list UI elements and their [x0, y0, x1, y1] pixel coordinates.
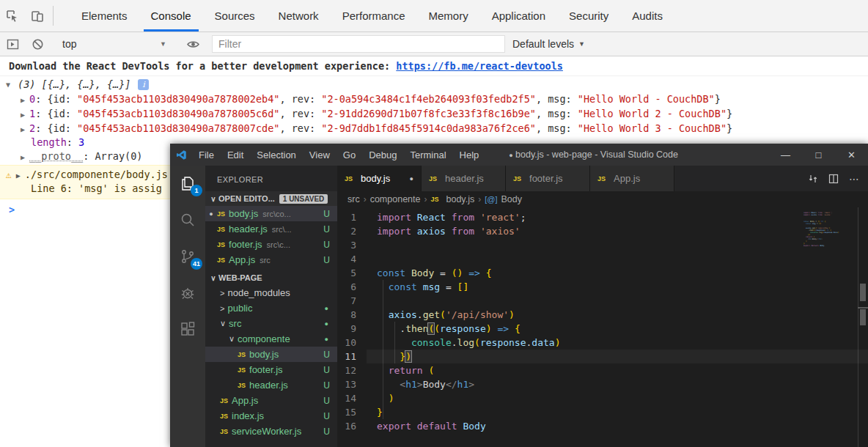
close-button[interactable]: ✕: [835, 149, 868, 160]
code-line-5[interactable]: 5const Body = () => {: [337, 266, 868, 280]
tree-item-src[interactable]: ∨src●: [205, 316, 337, 331]
tree-item-node_modules[interactable]: >node_modules: [205, 285, 337, 300]
tree-item-body-js[interactable]: JSbody.jsU: [205, 347, 337, 362]
code-line-3[interactable]: 3: [337, 238, 868, 252]
debug-icon[interactable]: [177, 283, 198, 303]
devtools-tab-console[interactable]: Console: [139, 0, 203, 32]
tree-item-componente[interactable]: ∨componente●: [205, 331, 337, 347]
context-selector[interactable]: top ▼: [56, 38, 174, 50]
devtools-tab-sources[interactable]: Sources: [203, 0, 267, 32]
line-number: 1: [337, 210, 367, 224]
js-file-icon: JS: [238, 351, 246, 358]
split-editor-icon[interactable]: [828, 174, 839, 184]
editor-tab-header-js[interactable]: JSheader.js: [422, 166, 506, 191]
devtools-tab-memory[interactable]: Memory: [417, 0, 480, 32]
explorer-icon[interactable]: 1: [177, 173, 198, 193]
tree-item-public[interactable]: >public●: [205, 300, 337, 316]
vscode-titlebar[interactable]: FileEditSelectionViewGoDebugTerminalHelp…: [170, 144, 868, 166]
tree-item-header-js[interactable]: JSheader.jsU: [205, 377, 337, 393]
maximize-button[interactable]: □: [802, 149, 835, 160]
expander-icon[interactable]: ▶: [21, 111, 29, 119]
inspect-element-icon[interactable]: [0, 0, 25, 32]
console-object-row[interactable]: ▶2: {id: "045f453acb1103d830490a7878007c…: [0, 121, 868, 136]
activity-bar: 1 41: [170, 166, 205, 447]
console-object-row[interactable]: ▶0: {id: "045f453acb1103d830490a7878002e…: [0, 92, 868, 106]
devtools-tab-security[interactable]: Security: [557, 0, 620, 32]
menu-go[interactable]: Go: [336, 149, 362, 160]
tree-item-App-js[interactable]: JSApp.jsU: [205, 393, 337, 408]
code-line-14[interactable]: 14 ): [337, 391, 868, 405]
more-actions-icon[interactable]: ⋯: [849, 173, 859, 185]
workspace-label: WEB-PAGE: [218, 273, 262, 282]
code-line-12[interactable]: 12 return (: [337, 363, 868, 377]
minimize-button[interactable]: —: [769, 149, 802, 160]
expander-icon[interactable]: ▼: [6, 81, 15, 89]
code-line-11[interactable]: 11 }): [337, 350, 868, 363]
code-line-4[interactable]: 4: [337, 252, 868, 266]
devtools-tab-performance[interactable]: Performance: [331, 0, 417, 32]
code-token: default: [417, 421, 457, 432]
expander-icon[interactable]: ▶: [21, 125, 29, 133]
js-file-icon: JS: [429, 175, 437, 182]
clear-console-icon[interactable]: [25, 38, 50, 51]
menu-debug[interactable]: Debug: [362, 149, 403, 160]
devtools-tab-network[interactable]: Network: [267, 0, 331, 32]
extensions-icon[interactable]: [177, 319, 198, 340]
code-line-16[interactable]: 16export default Body: [337, 419, 868, 433]
editor-tab-App-js[interactable]: JSApp.js: [590, 166, 674, 191]
editor-tab-body-js[interactable]: JSbody.js●: [337, 166, 422, 191]
tree-item-serviceWorker-js[interactable]: JSserviceWorker.jsU: [205, 424, 337, 439]
info-icon[interactable]: i: [138, 79, 149, 90]
eye-icon[interactable]: [180, 37, 205, 51]
code-line-7[interactable]: 7: [337, 294, 868, 308]
menu-file[interactable]: File: [192, 149, 221, 160]
open-changes-icon[interactable]: [808, 174, 818, 184]
device-toolbar-icon[interactable]: [25, 0, 50, 32]
code-line-13[interactable]: 13 <h1>Body</h1>: [337, 377, 868, 391]
log-levels-dropdown[interactable]: Default levels ▼: [512, 38, 585, 50]
source-control-icon[interactable]: 41: [177, 246, 198, 267]
menu-help[interactable]: Help: [453, 149, 486, 160]
expander-icon[interactable]: ▶: [16, 171, 25, 180]
code-token: </: [446, 379, 457, 390]
editor-tab-footer-js[interactable]: JSfooter.js: [506, 166, 590, 191]
breadcrumb-item[interactable]: Body: [501, 194, 522, 204]
code-line-10[interactable]: 10 console.log(response.data): [337, 336, 868, 350]
menu-selection[interactable]: Selection: [250, 149, 302, 160]
array-log-header[interactable]: ▼ (3) [{…}, {…}, {…}] i: [0, 76, 868, 92]
code-token: msg: [423, 281, 440, 292]
devtools-tab-application[interactable]: Application: [480, 0, 557, 32]
code-line-15[interactable]: 15}: [337, 405, 868, 419]
search-icon[interactable]: [177, 210, 198, 230]
workspace-header[interactable]: ∨ WEB-PAGE: [205, 270, 337, 285]
react-devtools-link[interactable]: https://fb.me/react-devtools: [396, 60, 563, 72]
open-editor-item[interactable]: JSheader.jssrc\...U: [205, 221, 337, 237]
tree-item-index-js[interactable]: JSindex.jsU: [205, 408, 337, 424]
code-line-2[interactable]: 2import axios from 'axios': [337, 224, 868, 238]
expander-icon[interactable]: ▶: [21, 153, 29, 161]
menu-view[interactable]: View: [303, 149, 336, 160]
console-sidebar-icon[interactable]: [0, 38, 25, 51]
code-line-9[interactable]: 9 .then((response) => {: [337, 322, 868, 336]
menu-edit[interactable]: Edit: [221, 149, 250, 160]
expander-icon[interactable]: ▶: [21, 96, 29, 104]
open-editor-item[interactable]: JSfooter.jssrc\c...U: [205, 237, 337, 252]
code-line-1[interactable]: 1import React from 'react';: [337, 210, 868, 224]
devtools-tab-audits[interactable]: Audits: [620, 0, 674, 32]
open-editors-header[interactable]: ∨ OPEN EDITO... 1 UNSAVED: [205, 191, 337, 206]
breadcrumb-item[interactable]: body.js: [446, 194, 475, 204]
devtools-tabs: ElementsConsoleSourcesNetworkPerformance…: [70, 0, 674, 32]
code-line-6[interactable]: 6 const msg = []: [337, 280, 868, 294]
code-editor[interactable]: import React from 'react';import axios f…: [337, 207, 868, 447]
open-editor-item[interactable]: JSApp.jssrcU: [205, 252, 337, 267]
tree-item-footer-js[interactable]: JSfooter.jsU: [205, 362, 337, 377]
context-selector-value: top: [62, 38, 76, 50]
open-editor-item[interactable]: ●JSbody.jssrc\co...U: [205, 206, 337, 221]
devtools-tab-elements[interactable]: Elements: [70, 0, 139, 32]
breadcrumb-item[interactable]: src: [347, 194, 360, 204]
console-object-row[interactable]: ▶1: {id: "045f453acb1103d830490a7878005c…: [0, 106, 868, 121]
filter-input[interactable]: [212, 35, 505, 53]
menu-terminal[interactable]: Terminal: [403, 149, 452, 160]
code-line-8[interactable]: 8 axios.get('/api/show'): [337, 308, 868, 322]
breadcrumb-item[interactable]: componente: [370, 194, 421, 204]
